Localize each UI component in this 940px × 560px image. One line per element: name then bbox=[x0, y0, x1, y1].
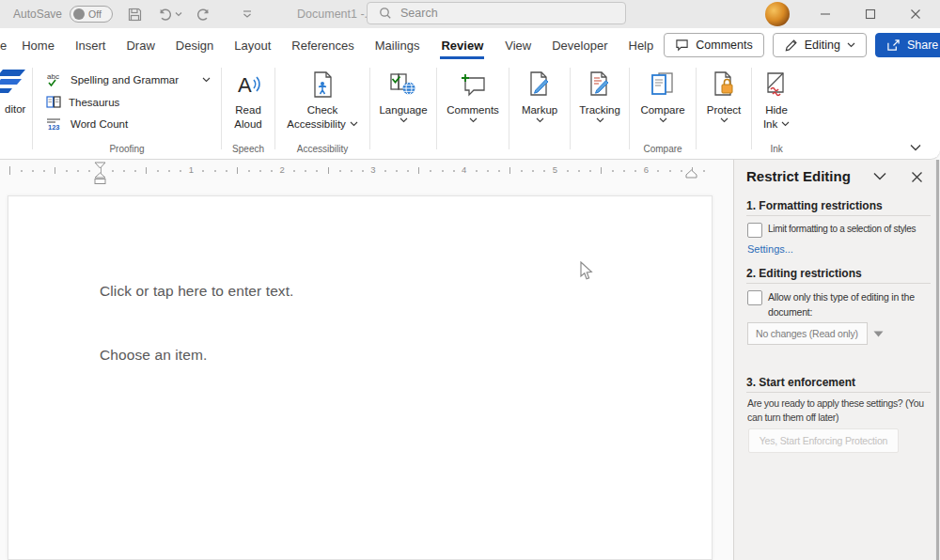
collapse-ribbon-icon[interactable] bbox=[910, 144, 921, 151]
undo-dropdown-icon[interactable] bbox=[175, 11, 182, 17]
tab-draw[interactable]: Draw bbox=[116, 28, 164, 62]
search-icon bbox=[379, 7, 392, 20]
thesaurus-button[interactable]: Thesaurus bbox=[45, 95, 119, 110]
dropdown-content-control[interactable]: Choose an item. bbox=[100, 347, 207, 364]
tracking-icon bbox=[586, 70, 614, 99]
compare-icon bbox=[648, 70, 678, 99]
tab-layout[interactable]: Layout bbox=[224, 28, 281, 62]
quick-access-toolbar-icon[interactable] bbox=[239, 6, 256, 23]
undo-icon[interactable] bbox=[156, 6, 173, 23]
chevron-down-icon bbox=[659, 117, 667, 123]
ink-group: Hide Ink Ink bbox=[752, 62, 801, 159]
chevron-down-icon bbox=[400, 117, 408, 123]
chevron-down-icon bbox=[781, 121, 790, 127]
autosave-label: AutoSave bbox=[13, 8, 62, 21]
user-avatar[interactable] bbox=[765, 2, 790, 26]
thesaurus-book-icon bbox=[45, 95, 62, 110]
close-button[interactable] bbox=[893, 0, 938, 28]
language-button[interactable]: Language bbox=[379, 64, 427, 123]
read-aloud-button[interactable]: A Read Aloud bbox=[234, 64, 262, 132]
check-accessibility-button[interactable]: Check Accessibility bbox=[287, 64, 358, 132]
svg-text:A: A bbox=[238, 73, 252, 97]
tab-home[interactable]: Home bbox=[11, 28, 65, 62]
hide-ink-button[interactable]: Hide Ink bbox=[762, 64, 791, 132]
search-box[interactable]: Search bbox=[367, 2, 626, 24]
new-comment-icon bbox=[458, 70, 488, 99]
horizontal-ruler: 123456 bbox=[0, 162, 716, 179]
markup-button[interactable]: Markup bbox=[522, 64, 557, 123]
spelling-abc-check-icon: abc bbox=[45, 71, 64, 88]
share-button[interactable]: Share bbox=[875, 33, 940, 57]
tab-developer[interactable]: Developer bbox=[541, 28, 618, 62]
text-content-control[interactable]: Click or tap here to enter text. bbox=[100, 283, 294, 300]
comments-button[interactable]: Comments bbox=[664, 33, 763, 57]
share-icon bbox=[886, 39, 901, 52]
editing-type-value: No changes (Read only) bbox=[747, 322, 868, 345]
limit-formatting-checkbox[interactable] bbox=[747, 223, 762, 238]
speech-group-label: Speech bbox=[232, 143, 264, 159]
allow-editing-checkbox[interactable] bbox=[747, 290, 762, 305]
autosave-switch[interactable]: Off bbox=[70, 6, 113, 23]
editor-button[interactable]: ditor x bbox=[0, 62, 32, 159]
svg-text:123: 123 bbox=[48, 123, 60, 132]
panel-title: Restrict Editing bbox=[746, 168, 851, 184]
enforcement-description: Are you ready to apply these settings? (… bbox=[747, 397, 935, 425]
tab-help[interactable]: Help bbox=[619, 28, 665, 62]
chevron-down-icon bbox=[596, 117, 604, 123]
comments-group: Comments x bbox=[437, 62, 509, 159]
ink-group-label: Ink bbox=[770, 143, 782, 159]
panel-scrollbar[interactable] bbox=[935, 160, 940, 560]
accessibility-group-label: Accessibility bbox=[297, 143, 348, 159]
start-enforcing-button[interactable]: Yes, Start Enforcing Protection bbox=[748, 428, 899, 453]
settings-link[interactable]: Settings... bbox=[747, 243, 793, 255]
mouse-cursor bbox=[579, 261, 594, 282]
tab-design[interactable]: Design bbox=[165, 28, 224, 62]
panel-close-icon[interactable] bbox=[911, 171, 926, 185]
limit-formatting-row: Limit formatting to a selection of style… bbox=[747, 222, 916, 238]
ribbon-comments-button[interactable]: Comments bbox=[446, 64, 499, 123]
save-icon[interactable] bbox=[126, 6, 143, 23]
autosave-toggle[interactable]: AutoSave Off bbox=[13, 6, 113, 23]
hanging-indent-marker[interactable] bbox=[94, 172, 106, 185]
search-placeholder: Search bbox=[400, 7, 438, 20]
language-group: Language x bbox=[370, 62, 436, 159]
panel-collapse-icon[interactable] bbox=[873, 172, 888, 185]
chevron-down-icon bbox=[469, 117, 478, 123]
maximize-button[interactable] bbox=[848, 0, 893, 28]
spelling-grammar-button[interactable]: abc Spelling and Grammar bbox=[45, 71, 211, 88]
chevron-down-icon bbox=[720, 117, 728, 123]
chevron-down-icon bbox=[202, 77, 211, 83]
editing-mode-button[interactable]: Editing bbox=[773, 33, 867, 57]
editor-icon bbox=[0, 64, 32, 101]
tab-references[interactable]: References bbox=[281, 28, 364, 62]
scrollbar-thumb[interactable] bbox=[936, 160, 939, 560]
read-aloud-icon: A bbox=[234, 70, 262, 99]
document-page[interactable]: Click or tap here to enter text. Choose … bbox=[8, 195, 713, 560]
check-accessibility-icon bbox=[308, 70, 337, 99]
limit-formatting-label: Limit formatting to a selection of style… bbox=[768, 222, 916, 236]
tracking-button[interactable]: Tracking bbox=[579, 64, 620, 123]
tab-file-partial[interactable]: e bbox=[0, 28, 11, 62]
tab-review[interactable]: Review bbox=[430, 28, 494, 62]
allow-editing-label: Allow only this type of editing in the d… bbox=[768, 289, 940, 320]
compare-button[interactable]: Compare bbox=[640, 64, 684, 123]
word-count-button[interactable]: 123 Word Count bbox=[45, 117, 128, 132]
svg-text:abc: abc bbox=[47, 72, 59, 81]
editing-restrictions-heading: 2. Editing restrictions bbox=[746, 267, 862, 280]
redo-icon[interactable] bbox=[196, 6, 212, 23]
tab-insert[interactable]: Insert bbox=[65, 28, 117, 62]
minimize-button[interactable] bbox=[803, 0, 848, 28]
right-indent-marker[interactable] bbox=[685, 169, 697, 179]
compare-group: Compare Compare bbox=[630, 62, 696, 159]
accessibility-group: Check Accessibility Accessibility bbox=[275, 62, 369, 159]
tab-mailings[interactable]: Mailings bbox=[365, 28, 431, 62]
editing-type-dropdown[interactable]: No changes (Read only) bbox=[747, 322, 888, 345]
restrict-editing-panel: Restrict Editing 1. Formatting restricti… bbox=[733, 160, 936, 560]
first-line-indent-marker[interactable] bbox=[94, 162, 106, 169]
toggle-knob bbox=[73, 8, 85, 20]
document-area: 123456 Click or tap here to enter text. … bbox=[0, 160, 733, 560]
tab-view[interactable]: View bbox=[494, 28, 541, 62]
dropdown-arrow-icon[interactable] bbox=[868, 322, 888, 345]
protect-button[interactable]: Protect bbox=[707, 64, 741, 123]
protect-lock-icon bbox=[710, 70, 738, 99]
